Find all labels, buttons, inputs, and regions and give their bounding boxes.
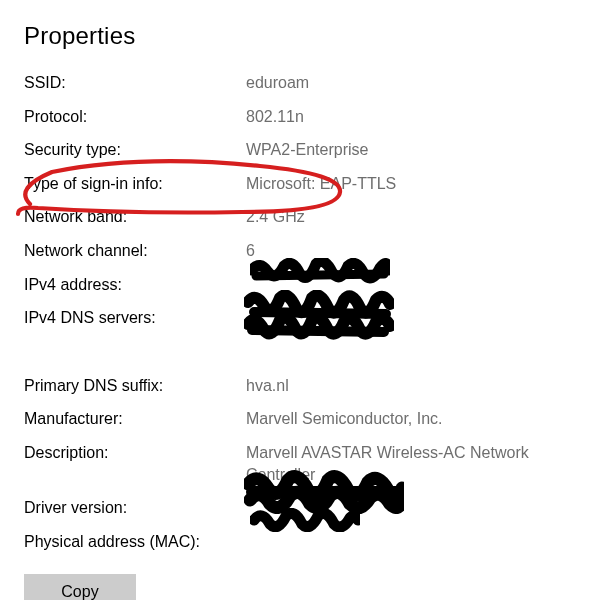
ipv4-dns-label: IPv4 DNS servers: [24, 307, 240, 329]
copy-button[interactable]: Copy [24, 574, 136, 600]
ssid-value: eduroam [246, 72, 573, 94]
properties-grid: SSID: eduroam Protocol: 802.11n Security… [24, 72, 573, 552]
ssid-label: SSID: [24, 72, 240, 94]
driver-version-label: Driver version: [24, 497, 240, 519]
driver-version-value [246, 497, 573, 519]
security-type-value: WPA2-Enterprise [246, 139, 573, 161]
manufacturer-label: Manufacturer: [24, 408, 240, 430]
ipv4-address-value [246, 274, 573, 296]
page-title: Properties [24, 22, 573, 50]
network-band-value: 2.4 GHz [246, 206, 573, 228]
dns-suffix-label: Primary DNS suffix: [24, 375, 240, 397]
description-value: Marvell AVASTAR Wireless-AC Network Cont… [246, 442, 573, 485]
signin-info-value: Microsoft: EAP-TTLS [246, 173, 573, 195]
description-label: Description: [24, 442, 240, 485]
security-type-label: Security type: [24, 139, 240, 161]
dns-suffix-value: hva.nl [246, 375, 573, 397]
mac-value [246, 531, 573, 553]
manufacturer-value: Marvell Semiconductor, Inc. [246, 408, 573, 430]
signin-info-label: Type of sign-in info: [24, 173, 240, 195]
protocol-label: Protocol: [24, 106, 240, 128]
network-channel-value: 6 [246, 240, 573, 262]
mac-label: Physical address (MAC): [24, 531, 240, 553]
ipv4-address-label: IPv4 address: [24, 274, 240, 296]
ipv4-dns-value [246, 307, 573, 329]
dns-second-line-spacer [24, 341, 240, 363]
network-band-label: Network band: [24, 206, 240, 228]
protocol-value: 802.11n [246, 106, 573, 128]
network-channel-label: Network channel: [24, 240, 240, 262]
